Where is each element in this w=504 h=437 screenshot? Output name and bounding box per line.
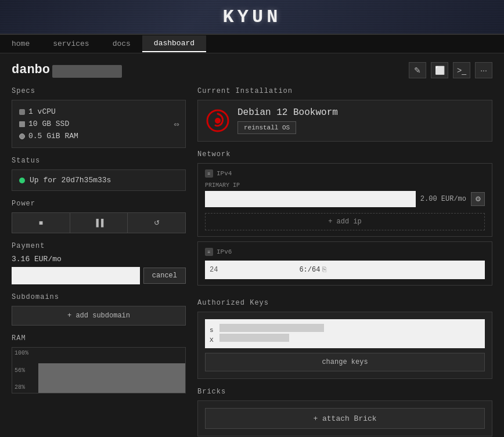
cancel-button[interactable]: cancel: [143, 268, 186, 284]
ipv4-label: ≡ IPv4: [205, 169, 485, 178]
os-info: Debian 12 Bookworm reinstall OS: [237, 107, 485, 134]
power-restart-button[interactable]: ↺: [128, 212, 186, 233]
server-name-redacted: [52, 65, 122, 78]
ram-bar: [38, 363, 185, 393]
main-content: danbo ✎ ⬜ >_ ··· Specs 1 vCPU: [0, 53, 504, 437]
ram-label-28: 28%: [12, 384, 38, 391]
payment-amount: 3.16 EUR/mo: [12, 255, 186, 263]
auth-keys-section: Authorized Keys s X change keys: [197, 299, 492, 379]
power-pause-button[interactable]: ▐▐: [70, 212, 128, 233]
installation-title: Current Installation: [197, 87, 492, 95]
bricks-panel: + attach Brick: [197, 400, 492, 436]
subdomains-section: Subdomains + add subdomain: [12, 293, 186, 326]
ipv6-icon: ≡: [205, 248, 213, 256]
ram-labels: 100% 56% 28%: [12, 348, 38, 393]
ipv6-value: 24 6:/64 ⎘: [205, 261, 485, 279]
disk-value: 10 GB SSD: [28, 120, 69, 128]
ram-section: RAM 100% 56% 28%: [12, 334, 186, 393]
power-section: Power ■ ▐▐ ↺: [12, 200, 186, 233]
left-column: Specs 1 vCPU 10 GB SSD 0.5 GiB RAM ⇔: [12, 87, 186, 436]
svg-point-1: [215, 118, 221, 124]
ram-dot-icon: [19, 133, 25, 139]
right-column: Current Installation Debian 12 Bookworm: [197, 87, 492, 436]
ram-label-100: 100%: [12, 350, 38, 356]
payment-input[interactable]: [12, 267, 140, 284]
installation-panel: Debian 12 Bookworm reinstall OS: [197, 100, 492, 142]
auth-key-second: X: [210, 337, 214, 344]
two-column-layout: Specs 1 vCPU 10 GB SSD 0.5 GiB RAM ⇔: [12, 87, 492, 436]
network-title: Network: [197, 150, 492, 158]
bricks-title: Bricks: [197, 388, 492, 396]
specs-title: Specs: [12, 87, 186, 95]
specs-section: Specs 1 vCPU 10 GB SSD 0.5 GiB RAM ⇔: [12, 87, 186, 148]
copy-ipv6-icon[interactable]: ⎘: [322, 266, 326, 274]
payment-title: Payment: [12, 242, 186, 250]
ipv6-suffix: 6:/64: [299, 266, 320, 274]
server-title-row: danbo ✎ ⬜ >_ ···: [12, 62, 492, 78]
site-title: KYUN: [223, 6, 282, 28]
action-icons: ✎ ⬜ >_ ···: [409, 62, 492, 78]
status-box: Up for 20d7h35m33s: [12, 169, 186, 191]
installation-section: Current Installation Debian 12 Bookworm: [197, 87, 492, 142]
add-ip-button[interactable]: + add ip: [205, 213, 485, 230]
ipv6-inner: ≡ IPv6 24 6:/64 ⎘: [198, 242, 492, 285]
ip-value-box: [205, 191, 416, 207]
ipv6-prefix: 24: [210, 266, 218, 274]
attach-brick-button[interactable]: + attach Brick: [205, 408, 485, 429]
network-section: Network ≡ IPv4 PRIMARY IP 2.00: [197, 150, 492, 290]
ip-value-redacted: [210, 191, 411, 207]
nav-services[interactable]: services: [41, 36, 100, 52]
change-keys-button[interactable]: change keys: [205, 353, 485, 371]
ipv4-inner: ≡ IPv4 PRIMARY IP 2.00 EUR/mo ⚙ + add ip: [198, 164, 492, 236]
auth-key-redacted-1: [219, 324, 324, 332]
resize-icon[interactable]: ⇔: [174, 118, 179, 130]
reinstall-button[interactable]: reinstall OS: [237, 121, 296, 134]
debian-logo-icon: [205, 108, 231, 133]
header-banner: KYUN: [0, 0, 504, 35]
auth-keys-box: s X: [205, 319, 485, 348]
os-name: Debian 12 Bookworm: [237, 107, 485, 118]
comment-button[interactable]: ⬜: [431, 62, 448, 78]
ipv4-icon: ≡: [205, 169, 213, 178]
disk-dot-icon: [19, 121, 25, 127]
auth-key-prefix: s: [210, 327, 214, 334]
nav-home[interactable]: home: [0, 36, 41, 52]
terminal-button[interactable]: >_: [453, 62, 470, 78]
server-name: danbo: [12, 63, 50, 77]
ram-bar-area: [38, 348, 185, 393]
payment-input-row: cancel: [12, 267, 186, 284]
server-name-area: danbo: [12, 63, 122, 78]
auth-keys-panel: s X change keys: [197, 312, 492, 379]
specs-box: 1 vCPU 10 GB SSD 0.5 GiB RAM ⇔: [12, 100, 186, 148]
ip-row: 2.00 EUR/mo ⚙: [205, 191, 485, 207]
ram-title: RAM: [12, 334, 186, 342]
os-display: Debian 12 Bookworm reinstall OS: [205, 107, 485, 134]
more-button[interactable]: ···: [475, 62, 492, 78]
nav-bar: home services docs dashboard: [0, 35, 504, 53]
add-subdomain-button[interactable]: + add subdomain: [12, 306, 186, 326]
spec-ram: 0.5 GiB RAM: [19, 132, 178, 140]
ipv6-label: ≡ IPv6: [205, 248, 485, 256]
power-buttons: ■ ▐▐ ↺: [12, 212, 186, 233]
nav-dashboard[interactable]: dashboard: [142, 35, 206, 52]
ip-settings-button[interactable]: ⚙: [471, 192, 485, 206]
ram-label-56: 56%: [12, 367, 38, 374]
cpu-value: 1 vCPU: [28, 107, 56, 116]
ram-chart: 100% 56% 28%: [12, 347, 186, 393]
ipv4-panel: ≡ IPv4 PRIMARY IP 2.00 EUR/mo ⚙ + add ip: [197, 163, 492, 237]
status-section: Status Up for 20d7h35m33s: [12, 157, 186, 191]
nav-docs[interactable]: docs: [101, 36, 142, 52]
edit-button[interactable]: ✎: [409, 62, 426, 78]
ip-cost: 2.00 EUR/mo: [420, 195, 466, 203]
cpu-dot-icon: [19, 109, 25, 115]
ipv6-text: IPv6: [217, 248, 232, 255]
auth-key-redacted-2: [219, 334, 289, 342]
power-title: Power: [12, 200, 186, 208]
ipv6-panel: ≡ IPv6 24 6:/64 ⎘: [197, 241, 492, 286]
ipv6-redacted: [218, 265, 299, 275]
power-stop-button[interactable]: ■: [12, 212, 70, 233]
bricks-section: Bricks + attach Brick: [197, 388, 492, 436]
primary-ip-label: PRIMARY IP: [205, 182, 485, 189]
spec-cpu: 1 vCPU: [19, 107, 178, 116]
ipv4-text: IPv4: [217, 170, 232, 177]
